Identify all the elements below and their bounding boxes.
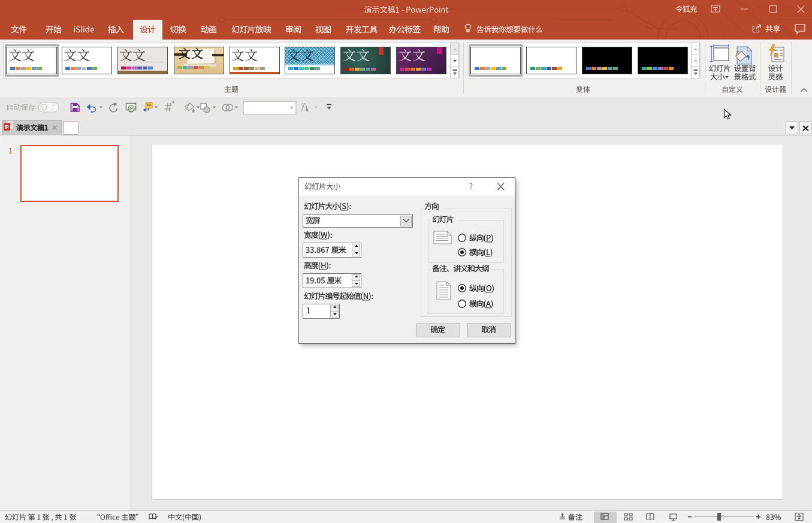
svg-text:1: 1 <box>8 146 13 155</box>
svg-text:P: P <box>5 123 10 130</box>
